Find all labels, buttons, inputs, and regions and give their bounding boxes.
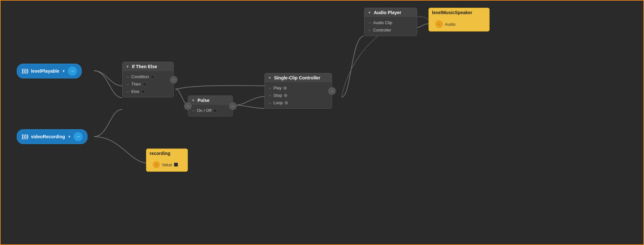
lms-body: → Audio bbox=[429, 17, 489, 31]
pulse-header: ▼ Pulse bbox=[188, 96, 233, 105]
audio-row: → Audio bbox=[432, 19, 486, 29]
collapse-arrow-icon[interactable]: ▼ bbox=[126, 65, 129, 68]
audio-label: Audio bbox=[445, 22, 455, 27]
else-label: Else bbox=[131, 89, 139, 94]
then-widget[interactable] bbox=[143, 82, 147, 86]
if-then-else-header: ▼ If Then Else bbox=[123, 62, 173, 71]
condition-label: Condition bbox=[131, 74, 149, 79]
scc-title: Single-Clip Controller bbox=[274, 75, 320, 80]
play-dot[interactable] bbox=[283, 86, 287, 90]
play-in-port-icon: → bbox=[268, 86, 271, 90]
value-widget[interactable] bbox=[174, 163, 178, 167]
single-clip-controller-node[interactable]: ▼ Single-Clip Controller → Play → Stop →… bbox=[264, 73, 332, 109]
pulse-body: → On / Off bbox=[188, 105, 233, 116]
audio-player-title: Audio Player bbox=[374, 10, 401, 15]
audio-player-collapse-icon[interactable]: ▼ bbox=[368, 11, 371, 14]
then-label: Then bbox=[131, 82, 141, 86]
stop-in-port-icon: → bbox=[268, 94, 271, 97]
controller-in-icon: → bbox=[368, 28, 371, 32]
level-music-speaker-node[interactable]: levelMusicSpeaker → Audio bbox=[428, 8, 490, 32]
audio-player-node[interactable]: ▼ Audio Player → Audio Clip → Controller bbox=[364, 8, 417, 36]
loop-in-port-icon: → bbox=[268, 101, 271, 105]
pulse-node[interactable]: ▼ Pulse → On / Off → → bbox=[188, 95, 233, 116]
level-playable-node[interactable]: )))) levelPlayable ▼ → bbox=[17, 64, 82, 78]
lms-title: levelMusicSpeaker bbox=[432, 10, 472, 15]
wave-icon: )))) bbox=[22, 68, 28, 74]
value-row: → Value bbox=[150, 160, 184, 169]
node-canvas[interactable]: )))) levelPlayable ▼ → )))) videoRecordi… bbox=[0, 0, 644, 245]
then-in-port-icon: → bbox=[126, 82, 129, 86]
pulse-input-port[interactable]: → bbox=[184, 102, 192, 110]
scc-header: ▼ Single-Clip Controller bbox=[265, 73, 332, 82]
audioclip-label: Audio Clip bbox=[373, 20, 392, 25]
audio-player-header: ▼ Audio Player bbox=[364, 8, 417, 17]
audioclip-in-icon: → bbox=[368, 21, 371, 25]
condition-in-port-icon: → bbox=[126, 75, 129, 79]
play-row: → Play bbox=[265, 84, 332, 92]
recording-input-port[interactable]: → bbox=[153, 161, 160, 168]
video-recording-output-btn[interactable]: → bbox=[74, 132, 83, 141]
pulse-output-port[interactable]: → bbox=[229, 102, 237, 110]
wave-icon-2: )))) bbox=[22, 134, 28, 140]
lms-input-port[interactable]: → bbox=[435, 20, 443, 28]
scc-collapse-icon[interactable]: ▼ bbox=[268, 76, 271, 80]
onoff-row: → On / Off bbox=[188, 107, 233, 114]
audioclip-row: → Audio Clip bbox=[364, 19, 417, 26]
else-in-port-icon: → bbox=[126, 90, 129, 94]
level-playable-output-btn[interactable]: → bbox=[68, 67, 77, 76]
recording-body: → Value bbox=[146, 158, 188, 171]
loop-row: → Loop bbox=[265, 99, 332, 106]
loop-label: Loop bbox=[273, 100, 283, 105]
pulse-collapse-icon[interactable]: ▼ bbox=[191, 98, 195, 102]
lms-header: levelMusicSpeaker bbox=[429, 8, 489, 17]
onoff-label: On / Off bbox=[197, 108, 211, 113]
then-row: → Then bbox=[123, 80, 173, 88]
else-widget[interactable] bbox=[141, 90, 145, 94]
stop-label: Stop bbox=[273, 93, 282, 98]
condition-widget[interactable] bbox=[151, 75, 155, 79]
pulse-title: Pulse bbox=[198, 98, 209, 103]
if-then-else-output-port[interactable]: → bbox=[170, 76, 178, 84]
level-playable-label: levelPlayable bbox=[31, 68, 59, 74]
if-then-else-node[interactable]: ▼ If Then Else → Condition → Then → Else… bbox=[122, 62, 174, 97]
if-then-else-body: → Condition → Then → Else bbox=[123, 71, 173, 97]
play-label: Play bbox=[273, 86, 281, 90]
recording-header: recording bbox=[146, 149, 188, 158]
if-then-else-title: If Then Else bbox=[132, 64, 157, 69]
else-row: → Else bbox=[123, 88, 173, 95]
audio-player-body: → Audio Clip → Controller bbox=[364, 17, 417, 36]
controller-label: Controller bbox=[373, 28, 391, 32]
scc-body: → Play → Stop → Loop bbox=[265, 82, 332, 108]
stop-dot[interactable] bbox=[284, 94, 287, 97]
onoff-in-port-icon: → bbox=[191, 109, 195, 113]
video-recording-label: videoRecording bbox=[31, 134, 65, 139]
condition-row: → Condition bbox=[123, 73, 173, 80]
loop-dot[interactable] bbox=[285, 101, 288, 104]
recording-title: recording bbox=[150, 151, 170, 156]
dropdown-arrow-icon-2[interactable]: ▼ bbox=[68, 135, 71, 139]
controller-row: → Controller bbox=[364, 26, 417, 34]
value-label: Value bbox=[162, 162, 172, 167]
scc-output-port[interactable]: → bbox=[328, 87, 336, 95]
onoff-widget[interactable] bbox=[213, 109, 217, 113]
video-recording-node[interactable]: )))) videoRecording ▼ → bbox=[17, 129, 87, 144]
dropdown-arrow-icon[interactable]: ▼ bbox=[62, 69, 65, 73]
recording-node[interactable]: recording → Value bbox=[146, 149, 188, 172]
stop-row: → Stop bbox=[265, 92, 332, 99]
connections-layer bbox=[1, 1, 643, 244]
